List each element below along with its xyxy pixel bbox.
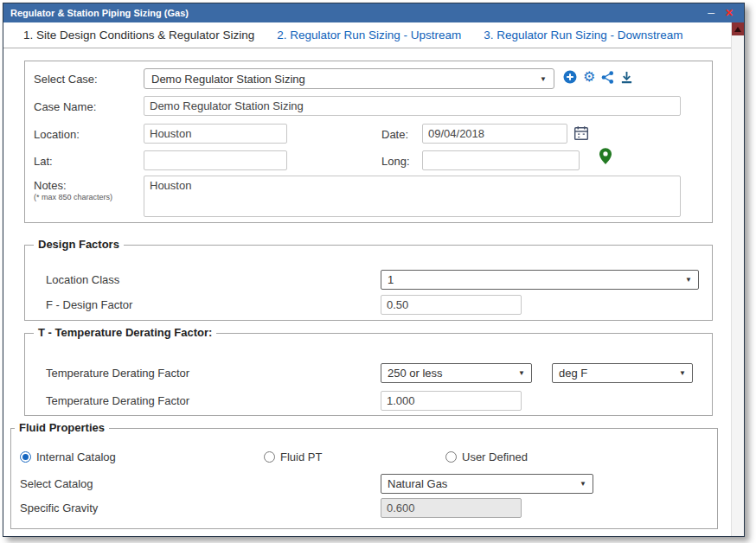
- content-area: Select Case: Demo Regulator Station Sizi…: [3, 48, 731, 536]
- case-name-input[interactable]: [144, 96, 681, 116]
- case-info-group: Select Case: Demo Regulator Station Sizi…: [24, 61, 713, 223]
- specific-gravity-label: Specific Gravity: [20, 501, 98, 514]
- chevron-down-icon: ▼: [685, 276, 692, 284]
- notes-textarea[interactable]: Houston: [144, 176, 681, 217]
- radio-user-defined[interactable]: User Defined: [445, 450, 528, 463]
- case-action-icons: ⚙: [563, 70, 633, 84]
- temperature-derating-value-label: Temperature Derating Factor: [46, 394, 189, 407]
- location-label: Location:: [34, 128, 80, 141]
- temperature-derating-group: T - Temperature Derating Factor: Tempera…: [24, 333, 713, 416]
- scroll-up-arrow-icon: [734, 27, 741, 32]
- lat-input[interactable]: [144, 150, 287, 170]
- radio-fluid-pt[interactable]: Fluid PT: [264, 450, 322, 463]
- radio-fluid-pt-label: Fluid PT: [280, 450, 322, 463]
- radio-internal-catalog-label: Internal Catalog: [36, 450, 116, 463]
- download-icon[interactable]: [620, 71, 633, 84]
- calendar-icon[interactable]: [573, 125, 589, 144]
- select-case-value: Demo Regulator Station Sizing: [151, 73, 305, 86]
- radio-circle-icon: [445, 451, 457, 463]
- design-factors-group: Design Factors Location Class 1 ▼ F - De…: [24, 245, 713, 321]
- date-input[interactable]: [422, 124, 567, 144]
- chevron-down-icon: ▼: [580, 480, 586, 488]
- select-case-dropdown[interactable]: Demo Regulator Station Sizing ▼: [144, 68, 554, 89]
- radio-user-defined-label: User Defined: [462, 450, 528, 463]
- temperature-derating-legend: T - Temperature Derating Factor:: [34, 326, 216, 339]
- fluid-properties-group: Fluid Properties Internal Catalog Fluid …: [10, 428, 718, 529]
- location-class-select[interactable]: 1 ▼: [381, 270, 699, 290]
- chevron-down-icon: ▼: [518, 369, 525, 377]
- radio-circle-icon: [20, 451, 31, 463]
- tab-bar: 1. Site Design Conditions & Regulator Si…: [3, 22, 731, 48]
- select-catalog-value: Natural Gas: [388, 477, 447, 490]
- chevron-down-icon: ▼: [679, 369, 686, 377]
- case-name-label: Case Name:: [34, 100, 96, 113]
- long-label: Long:: [381, 155, 410, 168]
- tab-regulator-run-upstream[interactable]: 2. Regulator Run Sizing - Upstream: [266, 29, 472, 42]
- minimize-button[interactable]: ─: [708, 8, 714, 18]
- temperature-unit-value: deg F: [559, 367, 587, 380]
- design-factors-legend: Design Factors: [34, 238, 124, 251]
- notes-label: Notes:: [34, 179, 67, 192]
- location-class-value: 1: [388, 273, 394, 286]
- tab-site-design-conditions[interactable]: 1. Site Design Conditions & Regulator Si…: [12, 29, 266, 42]
- gear-icon[interactable]: ⚙: [583, 70, 595, 84]
- location-class-label: Location Class: [46, 273, 119, 286]
- radio-internal-catalog[interactable]: Internal Catalog: [20, 450, 116, 463]
- specific-gravity-input: [381, 498, 522, 518]
- temperature-derating-select-value: 250 or less: [388, 367, 443, 380]
- notes-max-chars-hint: (* max 850 characters): [34, 193, 112, 201]
- design-factor-input[interactable]: [381, 295, 522, 315]
- temperature-unit-select[interactable]: deg F ▼: [552, 363, 693, 383]
- temperature-derating-select-label: Temperature Derating Factor: [46, 367, 189, 380]
- vertical-scrollbar[interactable]: [731, 22, 744, 536]
- select-catalog-label: Select Catalog: [20, 477, 93, 490]
- titlebar[interactable]: Regulator & Station Piping Sizing (Gas) …: [3, 3, 744, 22]
- radio-circle-icon: [264, 451, 275, 463]
- temperature-derating-select[interactable]: 250 or less ▼: [381, 363, 532, 383]
- add-case-icon[interactable]: [563, 70, 577, 84]
- design-factor-label: F - Design Factor: [46, 298, 132, 311]
- temperature-derating-value-input[interactable]: [381, 391, 522, 411]
- map-pin-icon[interactable]: [599, 148, 612, 168]
- location-input[interactable]: [144, 124, 287, 144]
- select-case-label: Select Case:: [34, 73, 98, 86]
- long-input[interactable]: [422, 150, 580, 170]
- dialog-window: Regulator & Station Piping Sizing (Gas) …: [3, 3, 745, 537]
- tab-regulator-run-downstream[interactable]: 3. Regulator Run Sizing - Downstream: [472, 29, 694, 42]
- select-catalog-select[interactable]: Natural Gas ▼: [381, 474, 593, 494]
- fluid-properties-legend: Fluid Properties: [15, 421, 109, 434]
- chevron-down-icon: ▼: [540, 75, 547, 83]
- lat-label: Lat:: [34, 155, 53, 168]
- window-title: Regulator & Station Piping Sizing (Gas): [10, 8, 189, 18]
- scroll-up-button[interactable]: [732, 22, 744, 35]
- share-icon[interactable]: [601, 71, 614, 84]
- close-button[interactable]: ✕: [725, 7, 734, 19]
- date-label: Date:: [381, 128, 408, 141]
- window-controls: ─ ✕: [708, 7, 737, 19]
